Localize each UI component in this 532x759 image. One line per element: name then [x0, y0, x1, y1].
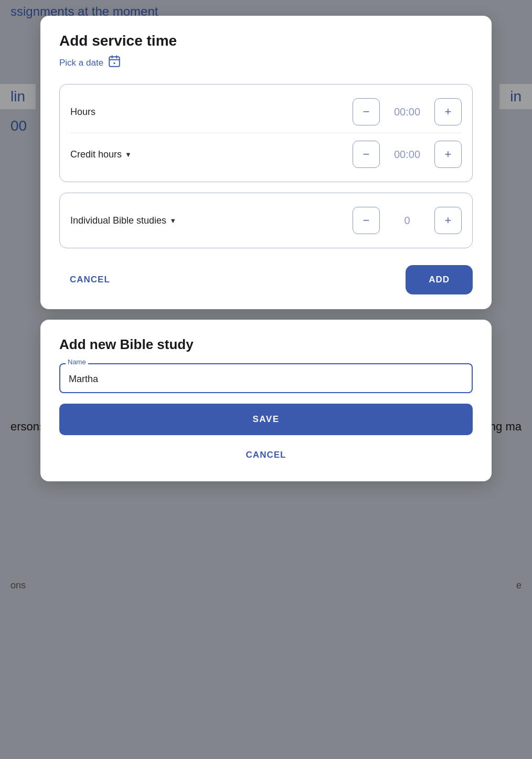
dialogs-wrapper: Add service time Pick a date Hours [0, 0, 532, 759]
service-time-title: Add service time [59, 33, 473, 49]
save-button[interactable]: SAVE [59, 404, 473, 435]
name-label: Name [66, 358, 88, 366]
pick-date-link[interactable]: Pick a date [59, 58, 103, 68]
svg-rect-0 [109, 57, 120, 66]
bible-studies-decrement-button[interactable]: − [353, 207, 380, 234]
name-input[interactable] [59, 363, 473, 393]
service-time-dialog-actions: CANCEL ADD [59, 265, 473, 294]
bible-studies-controls: − 0 + [353, 207, 462, 234]
calendar-icon[interactable] [108, 55, 121, 71]
service-time-cancel-button[interactable]: CANCEL [59, 269, 121, 290]
hours-increment-button[interactable]: + [434, 98, 462, 125]
bible-study-dialog: Add new Bible study Name SAVE CANCEL [40, 320, 492, 481]
service-time-add-button[interactable]: ADD [406, 265, 473, 294]
hours-value: 00:00 [386, 106, 428, 118]
credit-hours-dropdown-arrow[interactable]: ▼ [125, 151, 132, 159]
bible-studies-label: Individual Bible studies ▼ [70, 215, 353, 226]
bible-studies-stepper-row: Individual Bible studies ▼ − 0 + [70, 199, 462, 241]
pick-date-row: Pick a date [59, 55, 473, 71]
hours-decrement-button[interactable]: − [353, 98, 380, 125]
bible-studies-increment-button[interactable]: + [434, 207, 462, 234]
svg-point-4 [113, 62, 115, 64]
bible-studies-value: 0 [386, 215, 428, 227]
credit-hours-controls: − 00:00 + [353, 141, 462, 168]
name-field-wrapper: Name [59, 363, 473, 393]
credit-hours-label: Credit hours ▼ [70, 149, 353, 160]
credit-hours-decrement-button[interactable]: − [353, 141, 380, 168]
hours-panel: Hours − 00:00 + Credit hours ▼ [59, 84, 473, 182]
bible-study-cancel-button[interactable]: CANCEL [59, 444, 473, 467]
bible-study-dialog-title: Add new Bible study [59, 336, 473, 353]
credit-hours-stepper-row: Credit hours ▼ − 00:00 + [70, 133, 462, 175]
bible-studies-dropdown-arrow[interactable]: ▼ [169, 217, 176, 225]
credit-hours-value: 00:00 [386, 149, 428, 161]
hours-label: Hours [70, 107, 353, 118]
hours-controls: − 00:00 + [353, 98, 462, 125]
hours-stepper-row: Hours − 00:00 + [70, 91, 462, 133]
bible-studies-panel: Individual Bible studies ▼ − 0 + [59, 193, 473, 248]
service-time-dialog: Add service time Pick a date Hours [40, 16, 492, 309]
credit-hours-increment-button[interactable]: + [434, 141, 462, 168]
